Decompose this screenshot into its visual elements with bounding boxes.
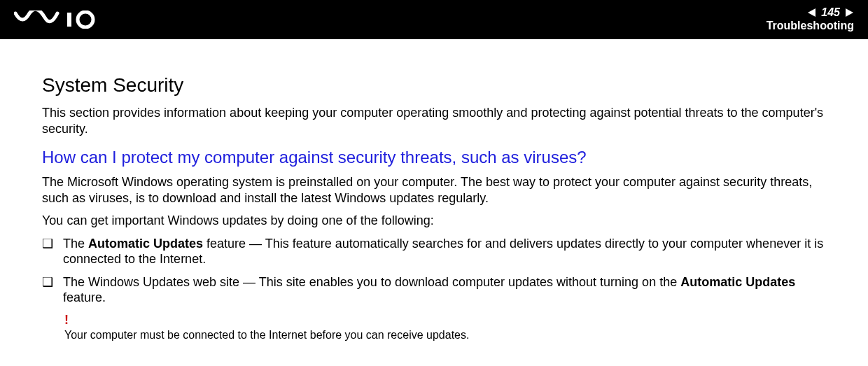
page-number: 145 bbox=[821, 7, 840, 18]
question-heading: How can I protect my computer against se… bbox=[42, 148, 826, 167]
warning-icon: ! bbox=[64, 313, 826, 328]
svg-point-1 bbox=[78, 12, 93, 27]
page-content: System Security This section provides in… bbox=[0, 39, 868, 363]
list-item: ❑ The Windows Updates web site — This si… bbox=[42, 274, 826, 306]
triangle-left-icon bbox=[807, 8, 817, 17]
section-heading: System Security bbox=[42, 74, 826, 97]
header-nav: 145 Troubleshooting bbox=[766, 7, 854, 32]
prev-page-button[interactable] bbox=[807, 8, 817, 17]
next-page-button[interactable] bbox=[844, 8, 854, 17]
text-bold: Automatic Updates bbox=[88, 237, 203, 251]
answer-paragraph-1: The Microsoft Windows operating system i… bbox=[42, 174, 826, 206]
page-header: 145 Troubleshooting bbox=[0, 0, 868, 39]
header-section-label: Troubleshooting bbox=[766, 20, 854, 32]
intro-paragraph: This section provides information about … bbox=[42, 105, 826, 136]
bullet-marker-icon: ❑ bbox=[42, 274, 53, 290]
triangle-right-icon bbox=[844, 8, 854, 17]
answer-paragraph-2: You can get important Windows updates by… bbox=[42, 213, 826, 229]
list-item-text: The Windows Updates web site — This site… bbox=[63, 274, 826, 306]
bullet-marker-icon: ❑ bbox=[42, 236, 53, 252]
note-text: Your computer must be connected to the I… bbox=[64, 329, 826, 342]
vaio-logo-icon bbox=[14, 10, 105, 29]
list-item: ❑ The Automatic Updates feature — This f… bbox=[42, 236, 826, 267]
svg-marker-2 bbox=[808, 8, 816, 17]
list-item-text: The Automatic Updates feature — This fea… bbox=[63, 236, 826, 267]
text-bold: Automatic Updates bbox=[680, 275, 795, 289]
note-block: ! Your computer must be connected to the… bbox=[64, 313, 826, 342]
vaio-logo bbox=[14, 10, 105, 29]
svg-marker-3 bbox=[846, 8, 853, 17]
text-segment: The Windows Updates web site — This site… bbox=[63, 275, 680, 289]
text-segment: feature. bbox=[63, 290, 106, 304]
page-nav: 145 bbox=[807, 7, 854, 18]
svg-rect-0 bbox=[67, 13, 71, 27]
text-segment: The bbox=[63, 237, 88, 251]
